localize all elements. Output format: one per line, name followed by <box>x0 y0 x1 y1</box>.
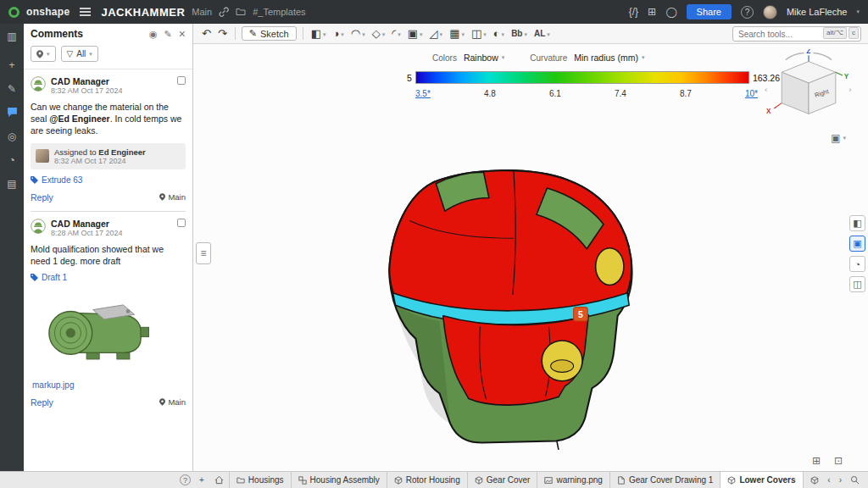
redo-button[interactable]: ↷ <box>216 27 229 40</box>
globe-icon[interactable]: ◯ <box>665 6 676 18</box>
section-view-button[interactable]: ▣ <box>849 236 865 252</box>
model-lower-cover[interactable]: 5 <box>383 168 648 450</box>
add-tab-button[interactable]: + <box>194 472 209 488</box>
tables-icon[interactable]: ▤ <box>4 178 19 191</box>
view-options-button[interactable]: ▣ ▾ <box>831 132 846 144</box>
y-axis-label: Y <box>844 73 849 80</box>
sketch-button[interactable]: ✎ Sketch <box>242 26 297 41</box>
history-icon[interactable]: ◔ <box>4 154 19 168</box>
comment-thread: CAD Manager 8:28 AM Oct 17 2024 Mold qua… <box>24 212 192 408</box>
scale-tick-link[interactable]: 3.5* <box>415 89 431 98</box>
reply-link[interactable]: Reply <box>31 397 53 408</box>
curvature-mode-dropdown[interactable]: Min radius (mm)▾ <box>574 53 644 63</box>
custom-tool-al-button[interactable]: AL▾ <box>532 29 552 38</box>
tab-help-button[interactable]: ? <box>180 474 191 485</box>
loft-tool-button[interactable]: ◇▾ <box>370 27 387 40</box>
resolve-checkbox[interactable] <box>177 219 186 227</box>
prev-tab-icon[interactable]: ‹ <box>827 475 830 485</box>
notifications-icon[interactable]: ◉ <box>149 29 158 40</box>
comment-author: CAD Manager <box>51 76 172 86</box>
markup-filter-icon[interactable]: ✎ <box>164 29 172 40</box>
comments-panel: Comments ◉ ✎ × ▾ ▽ All ▾ CAD Manager <box>24 24 193 471</box>
revolve-tool-button[interactable]: ◑▾ <box>331 27 345 40</box>
shell-tool-button[interactable]: ▣▾ <box>406 27 425 40</box>
tab-manager-button[interactable] <box>209 472 229 488</box>
create-version-icon[interactable]: + <box>4 59 19 73</box>
scale-ticks: 3.5* 4.8 6.1 7.4 8.7 10* <box>415 89 758 98</box>
custom-tool-bb-button[interactable]: Bb▾ <box>509 29 529 38</box>
edit-markup-icon[interactable]: ✎ <box>4 83 19 97</box>
link-icon[interactable] <box>219 7 229 17</box>
pin-icon <box>159 398 165 406</box>
feature-tag-link[interactable]: Extrude 63 <box>31 175 186 185</box>
graphics-canvas[interactable]: Colors Rainbow▾ Curvature Min radius (mm… <box>193 44 868 471</box>
workspace-name[interactable]: Main <box>192 7 212 17</box>
tab-lower-covers[interactable]: Lower Covers <box>721 472 803 488</box>
share-button[interactable]: Share <box>687 4 732 19</box>
search-tabs-icon[interactable] <box>850 475 860 485</box>
boolean-tool-button[interactable]: ◐▾ <box>492 27 506 40</box>
panel-menu-icon[interactable]: ▥ <box>4 30 19 44</box>
attachment-filename-link[interactable]: markup.jpg <box>32 380 186 390</box>
tab-rear-handle[interactable]: Rear Handle <box>804 472 820 488</box>
document-title: JACKHAMMER <box>101 6 185 19</box>
close-panel-icon[interactable]: × <box>179 28 186 40</box>
main-menu-icon[interactable] <box>80 8 91 16</box>
exploded-view-button[interactable]: ◫ <box>849 276 865 292</box>
next-tab-icon[interactable]: › <box>839 475 842 485</box>
x-axis-label: X <box>766 108 771 115</box>
comment-timestamp: 8:32 AM Oct 17 2024 <box>51 86 172 95</box>
comment-thread: CAD Manager 8:32 AM Oct 17 2024 Can we c… <box>24 69 192 212</box>
rainbow-gradient-bar[interactable] <box>415 71 749 84</box>
app-store-icon[interactable]: ⊞ <box>648 6 656 18</box>
feature-tag-link[interactable]: Draft 1 <box>31 273 186 282</box>
mirror-tool-button[interactable]: ◫▾ <box>470 27 488 40</box>
feature-list-toggle[interactable]: ≡ <box>196 242 211 264</box>
user-menu-caret-icon[interactable]: ▾ <box>856 8 860 15</box>
follow-mode-icon[interactable]: ◎ <box>4 130 19 144</box>
fullscreen-icon[interactable]: ⊡ <box>834 455 843 467</box>
pattern-tool-button[interactable]: ▦▾ <box>448 27 466 40</box>
display-states-button[interactable]: ◧ <box>849 215 865 231</box>
tab-rotor-housing[interactable]: Rotor Housing <box>387 472 468 488</box>
pin-icon <box>36 50 43 58</box>
tab-gear-cover[interactable]: Gear Cover <box>468 472 538 488</box>
all-filter-dropdown[interactable]: ▽ All ▾ <box>61 46 98 62</box>
app-header: onshape JACKHAMMER Main #_Templates {/} … <box>0 0 868 24</box>
comment-timestamp: 8:28 AM Oct 17 2024 <box>51 229 172 237</box>
named-views-button[interactable]: ◔ <box>849 256 865 272</box>
help-button[interactable]: ? <box>741 6 754 19</box>
comments-panel-icon[interactable] <box>4 107 19 120</box>
funnel-icon: ▽ <box>67 49 74 58</box>
fillet-tool-button[interactable]: ◜▾ <box>390 27 403 40</box>
shortcut-key-c: c <box>849 27 859 39</box>
comment-body: Can we change the material on the seal @… <box>31 101 186 137</box>
tab-gear-cover-drawing[interactable]: Gear Cover Drawing 1 <box>610 472 721 488</box>
sweep-tool-button[interactable]: ◠▾ <box>349 27 367 40</box>
folder-path[interactable]: #_Templates <box>253 7 305 17</box>
curvature-scale: 5 163.26 <box>407 71 780 84</box>
fit-view-icon[interactable]: ⊞ <box>812 455 821 467</box>
scale-tick-link[interactable]: 10* <box>745 89 758 98</box>
colors-label: Colors <box>432 53 457 63</box>
resolve-checkbox[interactable] <box>177 76 186 85</box>
tab-housings[interactable]: Housings <box>229 472 292 488</box>
tab-housing-assembly[interactable]: Housing Assembly <box>292 472 387 488</box>
featurescript-icon[interactable]: {/} <box>629 6 638 18</box>
user-avatar[interactable] <box>763 5 777 19</box>
tab-warning-png[interactable]: warning.png <box>537 472 609 488</box>
view-cube[interactable]: Right Z Y X ‹ › <box>761 49 856 134</box>
extrude-tool-button[interactable]: ◧▾ <box>309 27 328 40</box>
reply-link[interactable]: Reply <box>31 192 53 202</box>
undo-button[interactable]: ↶ <box>200 27 213 40</box>
comment-attachment-image[interactable] <box>34 287 170 375</box>
colors-dropdown[interactable]: Rainbow▾ <box>464 53 504 63</box>
view-tool-stack: ◧ ▣ ◔ ◫ <box>849 215 865 292</box>
location-filter-dropdown[interactable]: ▾ <box>31 46 56 62</box>
comment-author: CAD Manager <box>51 219 172 229</box>
folder-icon <box>236 7 246 17</box>
svg-text:›: › <box>849 86 851 94</box>
draft-tool-button[interactable]: ◿▾ <box>428 27 445 40</box>
pin-icon <box>159 193 165 201</box>
mention-link[interactable]: @Ed Engineer <box>49 114 110 124</box>
